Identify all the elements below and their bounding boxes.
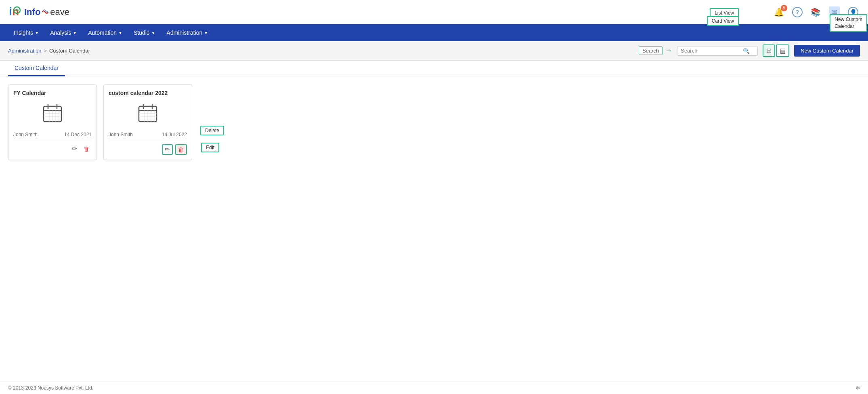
card-view-button[interactable]: ⊞ — [763, 44, 775, 57]
svg-text:i: i — [9, 5, 12, 18]
logo: i n Info eave — [8, 5, 69, 19]
calendar-icon-custom — [137, 103, 158, 124]
calendar-icon-fy — [42, 103, 63, 124]
card-grid: FY Calendar John Smit — [8, 84, 860, 160]
nav-administration[interactable]: Administration ▼ — [161, 24, 214, 41]
help-button[interactable]: ? — [790, 5, 804, 19]
logo-info: Info — [24, 7, 40, 17]
new-custom-calendar-button[interactable]: New Custom Calendar — [794, 45, 860, 57]
breadcrumb: Administration > Custom Calendar — [8, 48, 634, 54]
bell-button[interactable]: 🔔 5 — [772, 6, 786, 19]
card-custom-delete-button[interactable]: 🗑 — [175, 144, 187, 155]
analysis-chevron: ▼ — [73, 31, 77, 35]
list-view-button[interactable]: ▤ — [776, 44, 789, 57]
card-fy-date: 14 Dec 2021 — [64, 132, 92, 137]
card-custom-meta: John Smith 14 Jul 2022 — [109, 132, 187, 137]
card-fy-calendar: FY Calendar John Smit — [8, 84, 97, 160]
list-view-icon: ▤ — [780, 47, 786, 54]
view-toggle-group: ⊞ ▤ — [763, 44, 789, 57]
bell-badge: 5 — [781, 5, 787, 11]
card-view-icon: ⊞ — [766, 47, 772, 54]
search-arrow: → — [665, 46, 672, 55]
card-fy-meta: John Smith 14 Dec 2021 — [13, 132, 92, 137]
card-custom-edit-button[interactable]: ✏ — [162, 144, 173, 155]
books-button[interactable]: 📚 — [809, 6, 822, 19]
search-annotation-label: Search — [639, 46, 663, 55]
card-custom-title: custom calendar 2022 — [109, 90, 187, 96]
search-wrapper: 🔍 — [677, 46, 758, 56]
card-custom-author: John Smith — [109, 132, 133, 137]
logo-weave-icon — [41, 8, 50, 17]
delete-annotation: Delete — [200, 126, 224, 135]
card-fy-actions: ✏ 🗑 — [13, 141, 92, 153]
card-fy-delete-button[interactable]: 🗑 — [82, 144, 92, 153]
logo-icon: i n — [8, 5, 23, 19]
breadcrumb-admin-link[interactable]: Administration — [8, 48, 41, 54]
edit-annotation: Edit — [201, 143, 219, 152]
card-fy-author: John Smith — [13, 132, 38, 137]
tab-bar: Custom Calendar — [0, 61, 868, 76]
logo-weave: eave — [50, 7, 69, 17]
tab-custom-calendar[interactable]: Custom Calendar — [8, 61, 65, 76]
card-custom-date: 14 Jul 2022 — [162, 132, 187, 137]
card-custom-2022: custom calendar 2022 John Smith — [103, 84, 192, 160]
breadcrumb-separator: > — [44, 48, 47, 54]
nav-insights[interactable]: Insights ▼ — [8, 24, 44, 41]
nav-studio[interactable]: Studio ▼ — [128, 24, 161, 41]
card-view-annotation: Card View — [707, 16, 739, 26]
nav-analysis[interactable]: Analysis ▼ — [44, 24, 82, 41]
new-custom-calendar-annotation: New CustomCalendar — [830, 14, 867, 32]
card-custom-icon-area — [109, 99, 187, 128]
search-icon: 🔍 — [743, 48, 750, 54]
card-custom-actions: ✏ 🗑 — [109, 141, 187, 155]
nav-bar: Insights ▼ Analysis ▼ Automation ▼ Studi… — [0, 24, 868, 41]
help-icon: ? — [792, 7, 803, 17]
studio-chevron: ▼ — [151, 31, 155, 35]
card-fy-edit-button[interactable]: ✏ — [70, 144, 79, 153]
nav-automation[interactable]: Automation ▼ — [82, 24, 128, 41]
automation-chevron: ▼ — [118, 31, 122, 35]
action-bar: Administration > Custom Calendar Search … — [0, 41, 868, 61]
breadcrumb-current: Custom Calendar — [49, 48, 90, 54]
insights-chevron: ▼ — [35, 31, 39, 35]
card-fy-title: FY Calendar — [13, 90, 92, 96]
books-icon: 📚 — [811, 7, 821, 17]
card-fy-icon-area — [13, 99, 92, 128]
main-content: FY Calendar John Smit — [0, 76, 868, 278]
search-input[interactable] — [681, 48, 741, 54]
administration-chevron: ▼ — [204, 31, 208, 35]
